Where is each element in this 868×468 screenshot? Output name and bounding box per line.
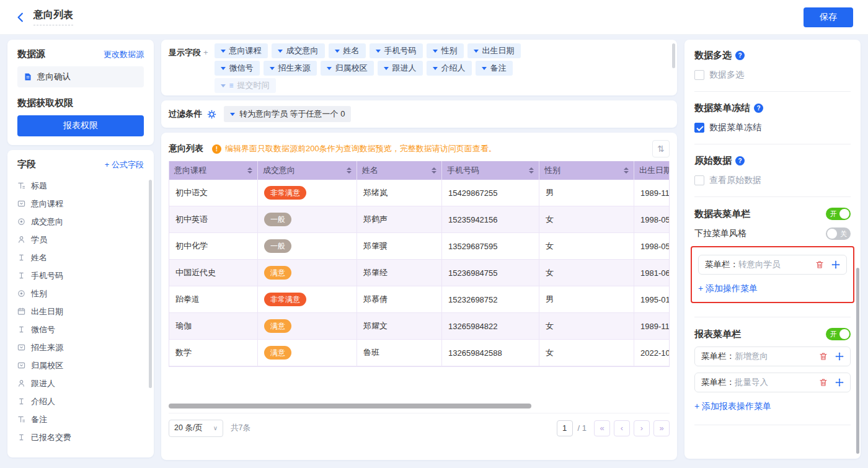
table-cell: 初中语文 — [169, 180, 258, 206]
settings-scrollbar[interactable] — [856, 268, 859, 454]
trash-icon[interactable] — [819, 378, 828, 387]
display-field-chip[interactable]: 跟进人 — [378, 61, 423, 76]
sort-icon[interactable] — [432, 167, 436, 174]
total-count: 共7条 — [231, 423, 250, 433]
display-field-chip[interactable]: 性别 — [427, 43, 464, 58]
last-page-button[interactable]: » — [653, 420, 670, 436]
display-field-chip[interactable]: 意向课程 — [215, 43, 268, 58]
page-size-select[interactable]: 20 条/页 ∨ — [169, 420, 223, 437]
field-label: 标题 — [31, 180, 47, 192]
table-cell: 13265984822 — [442, 313, 539, 340]
display-field-chip[interactable]: 出生日期 — [467, 43, 521, 58]
display-field-chip-disabled[interactable]: ≡提交时间 — [215, 78, 276, 93]
horizontal-scrollbar[interactable] — [169, 404, 531, 408]
move-icon[interactable] — [835, 352, 844, 361]
back-icon[interactable] — [15, 12, 26, 23]
field-item[interactable]: 性别 — [17, 285, 144, 302]
add-report-action-menu-link[interactable]: + 添加报表操作菜单 — [694, 401, 771, 412]
sort-toggle-button[interactable]: ⇅ — [652, 140, 670, 157]
datasource-item[interactable]: 意向确认 — [17, 66, 144, 87]
menu-item-row[interactable]: 菜单栏：转意向学员 — [698, 255, 847, 275]
column-header[interactable]: 性别 — [539, 161, 634, 180]
prev-page-button[interactable]: ‹ — [614, 420, 630, 436]
table-cell: 郑慕倩 — [357, 286, 442, 313]
display-fields-scrollbar[interactable] — [672, 43, 675, 68]
table-cell: 女 — [539, 206, 634, 233]
report-menu-list: 菜单栏：新增意向菜单栏：批量导入 — [694, 347, 851, 392]
display-field-chip[interactable]: 招生来源 — [264, 61, 317, 76]
field-item[interactable]: 微信号 — [17, 320, 144, 338]
column-header[interactable]: 成交意向 — [258, 161, 357, 180]
page-number-input[interactable]: 1 — [557, 420, 573, 436]
display-field-chip[interactable]: 姓名 — [329, 43, 366, 58]
add-display-field-icon[interactable]: + — [203, 48, 208, 57]
field-item[interactable]: 手机号码 — [17, 267, 144, 285]
chevron-down-icon — [221, 50, 226, 53]
filter-condition-chip[interactable]: 转为意向学员 等于任意一个 0 — [224, 106, 351, 122]
chevron-down-icon — [327, 67, 332, 70]
checkbox-unchecked[interactable] — [694, 175, 704, 185]
field-item[interactable]: 介绍人 — [17, 392, 144, 410]
display-field-chip[interactable]: 归属校区 — [321, 61, 374, 76]
permission-heading: 数据获取权限 — [17, 97, 144, 109]
first-page-button[interactable]: « — [594, 420, 610, 436]
gear-icon[interactable] — [207, 110, 216, 119]
report-permission-button[interactable]: 报表权限 — [17, 115, 144, 136]
dropdown-style-toggle[interactable]: 关 — [826, 227, 851, 240]
field-item[interactable]: 成交意向 — [17, 213, 144, 231]
column-header[interactable]: 意向课程 — [169, 161, 258, 180]
move-icon[interactable] — [831, 260, 840, 269]
change-datasource-link[interactable]: 更改数据源 — [104, 49, 144, 60]
checkbox-checked[interactable] — [694, 123, 704, 133]
report-menu-toggle[interactable]: 开 — [826, 328, 851, 340]
display-field-chip[interactable]: 手机号码 — [370, 43, 423, 58]
field-label: 备注 — [31, 414, 47, 425]
page-title: 意向列表 — [33, 9, 73, 25]
chevron-down-icon — [270, 67, 275, 70]
column-header[interactable]: 手机号码 — [442, 161, 539, 180]
next-page-button[interactable]: › — [634, 420, 650, 436]
chevron-down-icon — [230, 113, 235, 116]
menu-freeze-checkbox-row[interactable]: 数据菜单冻结 — [694, 122, 851, 133]
sort-icon[interactable] — [529, 167, 534, 174]
help-icon[interactable]: ? — [735, 156, 745, 166]
field-item[interactable]: 出生日期 — [17, 302, 144, 320]
field-item[interactable]: 学员 — [17, 231, 144, 249]
column-header[interactable]: 姓名 — [357, 161, 442, 180]
table-cell: 15236984755 — [442, 260, 539, 286]
checkbox-unchecked[interactable] — [694, 70, 704, 80]
table-menu-toggle[interactable]: 开 — [826, 208, 851, 220]
help-icon[interactable]: ? — [754, 104, 763, 113]
save-button[interactable]: 保存 — [804, 7, 853, 27]
raw-data-checkbox-row[interactable]: 查看原始数据 — [694, 175, 851, 186]
field-item[interactable]: 已报名交费 — [17, 428, 144, 446]
field-item[interactable]: 归属校区 — [17, 356, 144, 374]
display-field-chip[interactable]: 微信号 — [215, 61, 260, 76]
field-item[interactable]: 意向课程 — [17, 195, 144, 213]
trash-icon[interactable] — [815, 260, 824, 269]
field-item[interactable]: 备注 — [17, 410, 144, 428]
sort-icon[interactable] — [347, 167, 352, 174]
menu-item-row[interactable]: 菜单栏：新增意向 — [694, 347, 851, 366]
display-field-chip[interactable]: 成交意向 — [272, 43, 325, 58]
fields-scrollbar[interactable] — [149, 180, 152, 388]
help-icon[interactable]: ? — [735, 51, 745, 60]
field-item[interactable]: 标题 — [17, 177, 144, 195]
add-formula-field-link[interactable]: + 公式字段 — [105, 159, 144, 170]
menu-item-row[interactable]: 菜单栏：批量导入 — [694, 373, 851, 392]
trash-icon[interactable] — [819, 352, 828, 361]
add-action-menu-link[interactable]: + 添加操作菜单 — [698, 283, 758, 294]
move-icon[interactable] — [835, 378, 844, 387]
display-field-chip[interactable]: 介绍人 — [427, 61, 472, 76]
multi-select-checkbox-row[interactable]: 数据多选 — [694, 69, 851, 81]
column-header[interactable]: 出生日期 — [634, 161, 669, 180]
table-menu-list: 菜单栏：转意向学员 — [698, 255, 847, 275]
text-icon — [17, 397, 25, 405]
sort-icon[interactable] — [247, 167, 252, 174]
field-item[interactable]: 姓名 — [17, 249, 144, 267]
sort-icon[interactable] — [624, 167, 629, 174]
display-field-chip[interactable]: 备注 — [476, 61, 513, 76]
field-item[interactable]: 招生来源 — [17, 338, 144, 356]
title-icon — [17, 182, 25, 190]
field-item[interactable]: 跟进人 — [17, 374, 144, 392]
